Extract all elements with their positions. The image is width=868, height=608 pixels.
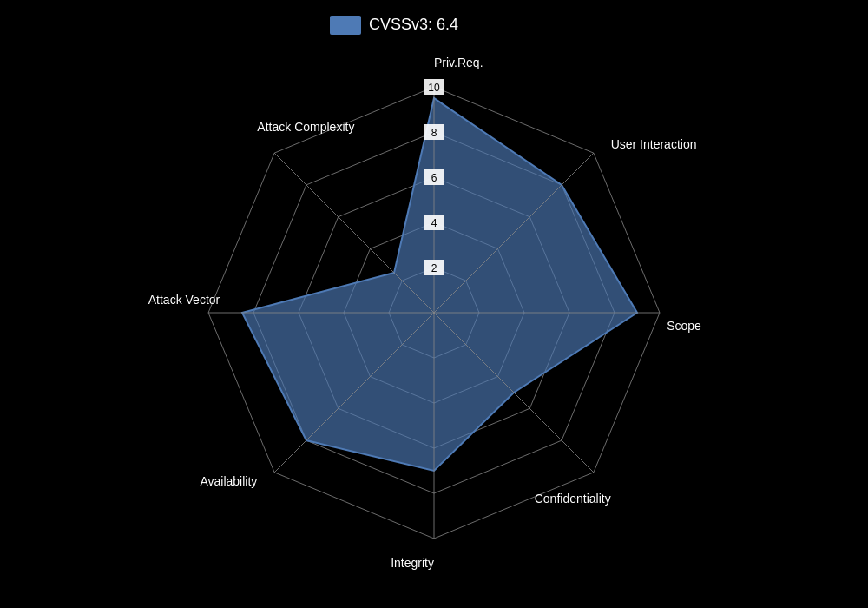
svg-text:Priv.Req.: Priv.Req. [434,56,483,69]
svg-text:Integrity: Integrity [391,556,434,570]
chart-container: CVSSv3: 6.4 Attack VectorAttack Complexi… [0,0,868,608]
radar-axes [208,87,660,539]
svg-text:10: 10 [428,82,440,94]
svg-text:8: 8 [431,127,437,139]
svg-text:6: 6 [431,172,437,184]
legend-color-box [330,16,361,35]
svg-text:2: 2 [431,262,437,274]
svg-text:Availability: Availability [200,474,257,488]
svg-text:4: 4 [431,217,437,229]
svg-text:Attack Vector: Attack Vector [148,293,220,307]
svg-text:User Interaction: User Interaction [611,137,697,151]
svg-text:Scope: Scope [667,319,701,333]
legend-label: CVSSv3: 6.4 [369,16,458,33]
svg-text:Confidentiality: Confidentiality [535,492,611,506]
svg-text:Attack Complexity: Attack Complexity [257,120,354,134]
